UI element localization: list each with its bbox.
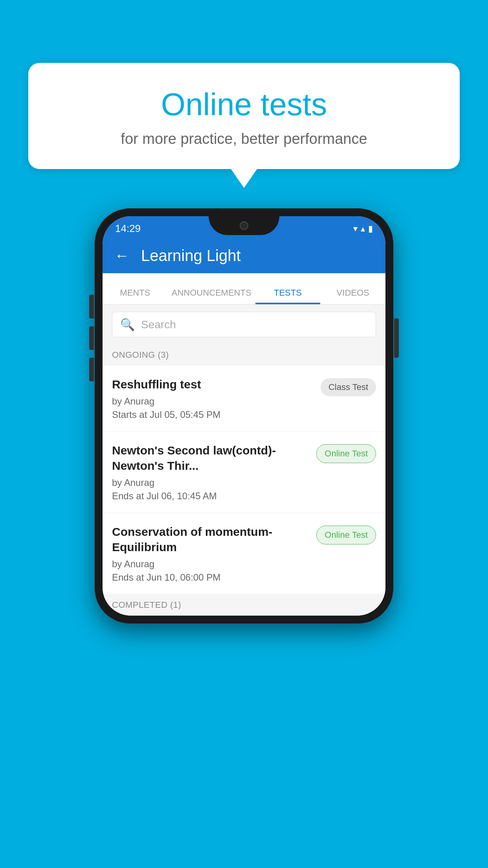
- signal-icon: ▴: [361, 224, 365, 234]
- status-time: 14:29: [115, 219, 141, 235]
- app-header: ← Learning Light: [103, 238, 385, 273]
- ongoing-section-header: ONGOING (3): [103, 344, 385, 366]
- app-title: Learning Light: [141, 247, 241, 265]
- search-input[interactable]: 🔍 Search: [112, 312, 376, 337]
- wifi-icon: ▾: [353, 224, 358, 234]
- search-placeholder: Search: [141, 318, 176, 331]
- test-info-1: Reshuffling test by Anurag Starts at Jul…: [112, 377, 314, 420]
- phone-screen: 14:29 ▾ ▴ ▮ ← Learning Light MENTS ANNOU…: [103, 216, 385, 616]
- back-button[interactable]: ←: [114, 248, 129, 263]
- bubble-title: Online tests: [48, 86, 440, 123]
- test-list: Reshuffling test by Anurag Starts at Jul…: [103, 366, 385, 594]
- test-author-2: by Anurag: [112, 477, 310, 488]
- search-icon: 🔍: [120, 318, 135, 331]
- tab-videos[interactable]: VIDEOS: [320, 273, 385, 304]
- phone-notch: [209, 216, 279, 235]
- tab-ments[interactable]: MENTS: [103, 273, 168, 304]
- test-item-2[interactable]: Newton's Second law(contd)-Newton's Thir…: [103, 432, 385, 513]
- test-badge-1: Class Test: [321, 378, 376, 396]
- bubble-subtitle: for more practice, better performance: [48, 131, 440, 147]
- test-name-1: Reshuffling test: [112, 377, 314, 392]
- test-time-2: Ends at Jul 06, 10:45 AM: [112, 491, 310, 502]
- battery-icon: ▮: [368, 224, 373, 234]
- status-icons: ▾ ▴ ▮: [353, 221, 373, 234]
- test-name-2: Newton's Second law(contd)-Newton's Thir…: [112, 443, 310, 473]
- test-info-2: Newton's Second law(contd)-Newton's Thir…: [112, 443, 310, 502]
- camera-icon: [240, 221, 248, 230]
- completed-section-header: COMPLETED (1): [103, 594, 385, 616]
- test-time-1: Starts at Jul 05, 05:45 PM: [112, 409, 314, 420]
- test-badge-2: Online Test: [316, 444, 376, 463]
- tab-tests[interactable]: TESTS: [255, 273, 321, 304]
- test-item-1[interactable]: Reshuffling test by Anurag Starts at Jul…: [103, 366, 385, 432]
- test-info-3: Conservation of momentum-Equilibrium by …: [112, 524, 310, 583]
- test-author-1: by Anurag: [112, 396, 314, 407]
- test-badge-3: Online Test: [316, 526, 376, 544]
- test-item-3[interactable]: Conservation of momentum-Equilibrium by …: [103, 513, 385, 594]
- test-name-3: Conservation of momentum-Equilibrium: [112, 524, 310, 555]
- test-author-3: by Anurag: [112, 559, 310, 570]
- speech-bubble: Online tests for more practice, better p…: [28, 63, 460, 169]
- test-time-3: Ends at Jun 10, 06:00 PM: [112, 572, 310, 583]
- search-bar-container: 🔍 Search: [103, 305, 385, 344]
- phone-wrapper: 14:29 ▾ ▴ ▮ ← Learning Light MENTS ANNOU…: [95, 208, 393, 623]
- tabs-container: MENTS ANNOUNCEMENTS TESTS VIDEOS: [103, 273, 385, 305]
- tab-announcements[interactable]: ANNOUNCEMENTS: [168, 273, 255, 304]
- phone-outer: 14:29 ▾ ▴ ▮ ← Learning Light MENTS ANNOU…: [95, 208, 393, 623]
